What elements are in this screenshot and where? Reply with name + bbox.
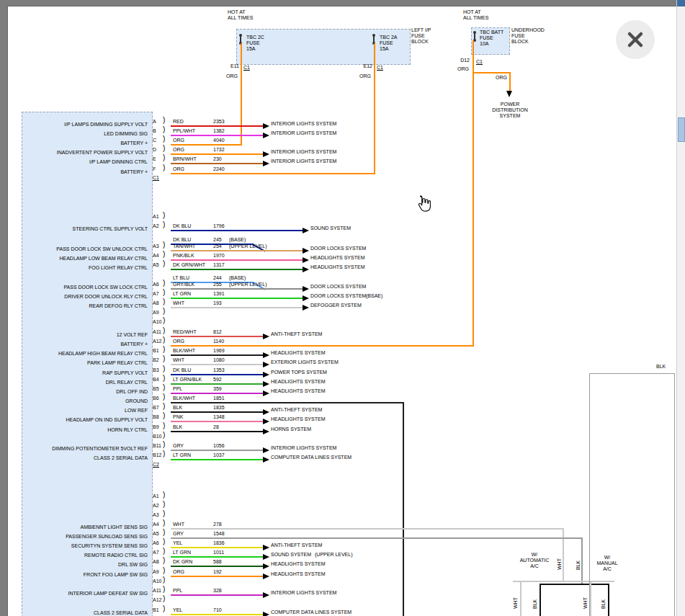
wire-circuit-number: 230 [213,156,222,162]
pin-label: B9 [153,424,159,430]
pin-label: A9 [153,310,159,316]
wire-circuit-number: 710 [213,607,222,613]
pin-bracket: ) [163,251,165,257]
system-label: ANTI-THEFT SYSTEM [271,543,322,548]
pin-label: A1 [153,494,159,499]
wire [171,288,303,290]
wire [171,556,263,558]
pin-label: A8 [153,559,159,565]
wire-note: (BASE) [229,275,246,281]
wire-arrow-icon [263,409,269,415]
pin-label: F [153,166,156,172]
system-label: COMPUTER DATA LINES SYSTEM [271,610,352,615]
pin-label: A10 [153,579,161,584]
wire-circuit-number: 1382 [213,128,225,134]
system-label-note: (BSAE) [366,293,382,299]
close-icon [627,31,644,48]
pin-bracket: ) [163,347,165,352]
wire-arrow-icon [263,362,269,367]
close-button[interactable] [616,20,655,59]
wire [171,576,263,577]
wire [171,421,263,422]
wire-color-label-rotated: BLK [576,561,581,570]
wire-arrow-icon [303,305,309,311]
vertical-scrollbar[interactable] [676,0,685,616]
wire-color-label: ORG [173,147,184,153]
fuse-label: TBC 2A FUSE 15A [380,35,398,52]
pin-bracket: ) [163,548,165,554]
wire-circuit-number: 193 [213,300,222,306]
wire-color-label: PPL [173,588,182,594]
pin-bracket: ) [163,577,165,583]
wire-circuit-number: 1796 [213,223,225,229]
wire-circuit-number: 1348 [213,414,225,420]
wire-arrow-icon [263,554,269,560]
pin-label: E [153,156,156,162]
pin-bracket: ) [163,403,165,409]
pin-bracket: ) [163,155,165,161]
wire-circuit-number: 1548 [213,531,225,537]
signal-label: HEADLAMP HIGH BEAM RELAY CTRL [23,351,148,357]
wire [171,163,263,164]
power-distribution-label: POWER DISTRIBUTION SYSTEM [481,102,539,119]
scrollbar-thumb[interactable] [678,117,685,142]
wire [171,125,263,127]
pin-bracket: ) [163,136,165,142]
wire [171,528,563,530]
wire-segment [520,582,521,616]
wire-arrow-icon [263,133,269,138]
wire-circuit-number: 1732 [213,147,225,153]
pin-label: B3 [153,367,159,373]
pin-bracket: ) [163,337,165,343]
signal-label: 12 VOLT REF [23,332,148,338]
pin-bracket: ) [163,366,165,372]
signal-label: DRIVER DOOR UNLOCK RLY CTRL [23,294,148,300]
wire-circuit-number: 245 [213,237,222,243]
pin-label: B11 [153,443,161,449]
wire-arrow-icon [263,372,269,378]
wire-arrow-icon [263,151,269,157]
wire [171,336,263,337]
wire-arrow-icon [303,257,309,263]
pin-bracket: ) [163,222,165,228]
pin-bracket: ) [163,586,165,592]
signal-label: BATTERY + [23,169,148,175]
fuse-label: TBC BATT FUSE 10A [480,30,503,47]
wire-circuit-number: 1037 [213,452,225,458]
pin-bracket: ) [163,117,165,123]
wire-color-label: ORG [452,66,469,72]
pin-bracket: ) [163,127,165,133]
system-label: HEADLIGHTS SYSTEM [271,561,325,567]
system-label: SOUND SYSTEM [310,226,351,231]
wire-color-label: YEL [173,607,182,613]
wire [171,269,303,270]
fuse-block-name: UNDERHOOD FUSE BLOCK [511,27,545,45]
fuse-symbol-line [373,36,375,43]
wire-circuit-number: 1851 [213,396,225,401]
scrollbar-corner [677,0,685,6]
signal-label: DRL SW SIG [23,562,148,568]
hot-at-all-times-label: HOT AT ALL TIMES [463,9,488,21]
system-label: ANTI-THEFT SYSTEM [271,331,322,337]
signal-label: I/P LAMP DINNING CTRL [23,159,148,165]
cursor-pointer-icon [415,195,431,216]
system-label: HORNS SYSTEM [271,427,311,432]
wire-color-label: PNK [173,414,183,420]
wire-color-label: WHT [173,300,184,306]
system-label: POWER TOPS SYSTEM [271,370,327,375]
system-label: SOUND SYSTEM [271,552,311,558]
terminal-label: C1 [243,65,250,71]
option-label: W/ MANUAL A/C [584,555,630,572]
wire-arrow-icon [303,248,309,254]
wire [171,298,303,299]
wire-circuit-number: 592 [213,377,222,383]
wire-color-label: LT GRN/BLK [173,377,202,383]
wire-segment [509,72,511,91]
wire-arrow-icon [263,447,269,453]
wire-color-label: DK GRN [173,559,192,565]
pin-label: B10 [153,434,161,439]
fuse-symbol-line [474,33,475,40]
wire-segment [581,537,583,585]
pin-label: A3 [153,512,159,518]
wire-circuit-number: 278 [213,522,222,527]
